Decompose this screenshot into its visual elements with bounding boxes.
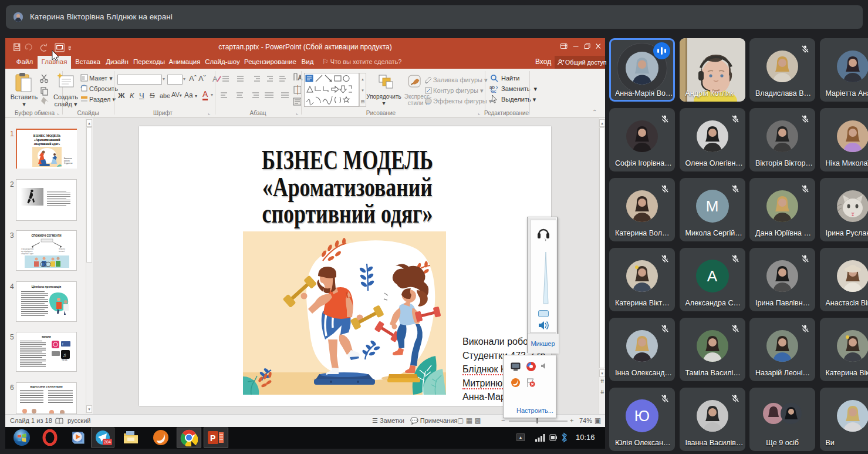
svg-text:спортивний одяг»: спортивний одяг» [34, 142, 60, 146]
svg-text:спортзал і одяг: спортзал і одяг [21, 253, 33, 255]
svg-text:TikTok: TikTok [62, 359, 67, 361]
svg-text:активні: активні [59, 250, 65, 253]
svg-text:♫: ♫ [63, 352, 66, 358]
svg-text:ВІДНОСИНИ З КЛІЄНТАМИ: ВІДНОСИНИ З КЛІЄНТАМИ [31, 385, 63, 388]
svg-text:БІЗНЕС МОДЕЛЬ: БІЗНЕС МОДЕЛЬ [33, 134, 61, 137]
svg-text:СПОЖИВЧІ СЕГМЕНТИ: СПОЖИВЧІ СЕГМЕНТИ [32, 234, 62, 237]
svg-text:«Ароматизований: «Ароматизований [34, 138, 60, 142]
svg-text:канали: канали [42, 335, 51, 338]
svg-text:ac: ac [491, 89, 496, 93]
svg-text:Студентки: Студентки [64, 162, 73, 164]
svg-text:P: P [210, 433, 215, 443]
svg-text:Ціннісна пропозиція: Ціннісна пропозиція [32, 285, 62, 288]
